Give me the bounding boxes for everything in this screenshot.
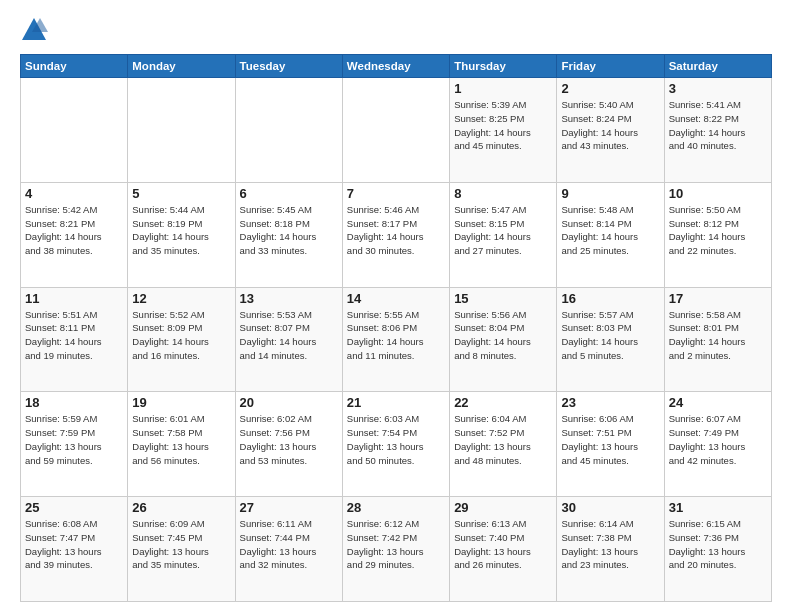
calendar-cell: 30Sunrise: 6:14 AMSunset: 7:38 PMDayligh…: [557, 497, 664, 602]
calendar-cell: 23Sunrise: 6:06 AMSunset: 7:51 PMDayligh…: [557, 392, 664, 497]
cell-content: Sunrise: 6:14 AMSunset: 7:38 PMDaylight:…: [561, 517, 659, 572]
calendar-cell: 6Sunrise: 5:45 AMSunset: 8:18 PMDaylight…: [235, 182, 342, 287]
cell-content: Sunrise: 5:45 AMSunset: 8:18 PMDaylight:…: [240, 203, 338, 258]
calendar-cell: 24Sunrise: 6:07 AMSunset: 7:49 PMDayligh…: [664, 392, 771, 497]
calendar-cell: 9Sunrise: 5:48 AMSunset: 8:14 PMDaylight…: [557, 182, 664, 287]
cell-content: Sunrise: 5:46 AMSunset: 8:17 PMDaylight:…: [347, 203, 445, 258]
day-number: 2: [561, 81, 659, 96]
cell-content: Sunrise: 5:50 AMSunset: 8:12 PMDaylight:…: [669, 203, 767, 258]
cell-content: Sunrise: 5:51 AMSunset: 8:11 PMDaylight:…: [25, 308, 123, 363]
cell-content: Sunrise: 6:13 AMSunset: 7:40 PMDaylight:…: [454, 517, 552, 572]
day-number: 28: [347, 500, 445, 515]
calendar-cell: 26Sunrise: 6:09 AMSunset: 7:45 PMDayligh…: [128, 497, 235, 602]
cell-content: Sunrise: 5:40 AMSunset: 8:24 PMDaylight:…: [561, 98, 659, 153]
day-number: 20: [240, 395, 338, 410]
cell-content: Sunrise: 5:47 AMSunset: 8:15 PMDaylight:…: [454, 203, 552, 258]
cell-content: Sunrise: 6:01 AMSunset: 7:58 PMDaylight:…: [132, 412, 230, 467]
calendar-cell: 3Sunrise: 5:41 AMSunset: 8:22 PMDaylight…: [664, 78, 771, 183]
calendar-cell: 13Sunrise: 5:53 AMSunset: 8:07 PMDayligh…: [235, 287, 342, 392]
day-number: 12: [132, 291, 230, 306]
calendar-cell: 29Sunrise: 6:13 AMSunset: 7:40 PMDayligh…: [450, 497, 557, 602]
cell-content: Sunrise: 5:39 AMSunset: 8:25 PMDaylight:…: [454, 98, 552, 153]
day-number: 29: [454, 500, 552, 515]
page: SundayMondayTuesdayWednesdayThursdayFrid…: [0, 0, 792, 612]
day-number: 8: [454, 186, 552, 201]
day-number: 25: [25, 500, 123, 515]
calendar-cell: 7Sunrise: 5:46 AMSunset: 8:17 PMDaylight…: [342, 182, 449, 287]
calendar-cell: 28Sunrise: 6:12 AMSunset: 7:42 PMDayligh…: [342, 497, 449, 602]
calendar-header-wednesday: Wednesday: [342, 55, 449, 78]
calendar-cell: 12Sunrise: 5:52 AMSunset: 8:09 PMDayligh…: [128, 287, 235, 392]
day-number: 16: [561, 291, 659, 306]
cell-content: Sunrise: 6:09 AMSunset: 7:45 PMDaylight:…: [132, 517, 230, 572]
day-number: 18: [25, 395, 123, 410]
calendar-cell: [21, 78, 128, 183]
calendar-week-2: 11Sunrise: 5:51 AMSunset: 8:11 PMDayligh…: [21, 287, 772, 392]
cell-content: Sunrise: 6:06 AMSunset: 7:51 PMDaylight:…: [561, 412, 659, 467]
cell-content: Sunrise: 5:41 AMSunset: 8:22 PMDaylight:…: [669, 98, 767, 153]
day-number: 10: [669, 186, 767, 201]
cell-content: Sunrise: 5:48 AMSunset: 8:14 PMDaylight:…: [561, 203, 659, 258]
calendar-cell: 16Sunrise: 5:57 AMSunset: 8:03 PMDayligh…: [557, 287, 664, 392]
calendar-header-monday: Monday: [128, 55, 235, 78]
calendar-week-0: 1Sunrise: 5:39 AMSunset: 8:25 PMDaylight…: [21, 78, 772, 183]
day-number: 27: [240, 500, 338, 515]
logo: [20, 16, 52, 44]
calendar-header-sunday: Sunday: [21, 55, 128, 78]
header: [20, 16, 772, 44]
day-number: 4: [25, 186, 123, 201]
calendar-header-friday: Friday: [557, 55, 664, 78]
calendar-week-4: 25Sunrise: 6:08 AMSunset: 7:47 PMDayligh…: [21, 497, 772, 602]
day-number: 17: [669, 291, 767, 306]
cell-content: Sunrise: 6:08 AMSunset: 7:47 PMDaylight:…: [25, 517, 123, 572]
day-number: 21: [347, 395, 445, 410]
day-number: 14: [347, 291, 445, 306]
day-number: 1: [454, 81, 552, 96]
calendar-header-saturday: Saturday: [664, 55, 771, 78]
day-number: 15: [454, 291, 552, 306]
calendar-cell: [128, 78, 235, 183]
day-number: 6: [240, 186, 338, 201]
calendar-cell: 18Sunrise: 5:59 AMSunset: 7:59 PMDayligh…: [21, 392, 128, 497]
cell-content: Sunrise: 5:59 AMSunset: 7:59 PMDaylight:…: [25, 412, 123, 467]
day-number: 3: [669, 81, 767, 96]
cell-content: Sunrise: 5:52 AMSunset: 8:09 PMDaylight:…: [132, 308, 230, 363]
calendar-header-thursday: Thursday: [450, 55, 557, 78]
day-number: 22: [454, 395, 552, 410]
day-number: 19: [132, 395, 230, 410]
cell-content: Sunrise: 6:07 AMSunset: 7:49 PMDaylight:…: [669, 412, 767, 467]
calendar-table: SundayMondayTuesdayWednesdayThursdayFrid…: [20, 54, 772, 602]
cell-content: Sunrise: 5:55 AMSunset: 8:06 PMDaylight:…: [347, 308, 445, 363]
day-number: 7: [347, 186, 445, 201]
calendar-cell: [235, 78, 342, 183]
calendar-cell: 1Sunrise: 5:39 AMSunset: 8:25 PMDaylight…: [450, 78, 557, 183]
cell-content: Sunrise: 5:57 AMSunset: 8:03 PMDaylight:…: [561, 308, 659, 363]
calendar-cell: 25Sunrise: 6:08 AMSunset: 7:47 PMDayligh…: [21, 497, 128, 602]
cell-content: Sunrise: 6:02 AMSunset: 7:56 PMDaylight:…: [240, 412, 338, 467]
day-number: 11: [25, 291, 123, 306]
cell-content: Sunrise: 6:03 AMSunset: 7:54 PMDaylight:…: [347, 412, 445, 467]
day-number: 23: [561, 395, 659, 410]
cell-content: Sunrise: 5:53 AMSunset: 8:07 PMDaylight:…: [240, 308, 338, 363]
day-number: 31: [669, 500, 767, 515]
day-number: 13: [240, 291, 338, 306]
day-number: 30: [561, 500, 659, 515]
calendar-cell: 8Sunrise: 5:47 AMSunset: 8:15 PMDaylight…: [450, 182, 557, 287]
calendar-cell: 27Sunrise: 6:11 AMSunset: 7:44 PMDayligh…: [235, 497, 342, 602]
cell-content: Sunrise: 5:44 AMSunset: 8:19 PMDaylight:…: [132, 203, 230, 258]
calendar-cell: 31Sunrise: 6:15 AMSunset: 7:36 PMDayligh…: [664, 497, 771, 602]
calendar-header-tuesday: Tuesday: [235, 55, 342, 78]
calendar-cell: 2Sunrise: 5:40 AMSunset: 8:24 PMDaylight…: [557, 78, 664, 183]
calendar-cell: 20Sunrise: 6:02 AMSunset: 7:56 PMDayligh…: [235, 392, 342, 497]
calendar-week-1: 4Sunrise: 5:42 AMSunset: 8:21 PMDaylight…: [21, 182, 772, 287]
calendar-cell: 10Sunrise: 5:50 AMSunset: 8:12 PMDayligh…: [664, 182, 771, 287]
calendar-header-row: SundayMondayTuesdayWednesdayThursdayFrid…: [21, 55, 772, 78]
calendar-cell: [342, 78, 449, 183]
calendar-cell: 15Sunrise: 5:56 AMSunset: 8:04 PMDayligh…: [450, 287, 557, 392]
calendar-cell: 5Sunrise: 5:44 AMSunset: 8:19 PMDaylight…: [128, 182, 235, 287]
calendar-cell: 21Sunrise: 6:03 AMSunset: 7:54 PMDayligh…: [342, 392, 449, 497]
day-number: 26: [132, 500, 230, 515]
cell-content: Sunrise: 6:04 AMSunset: 7:52 PMDaylight:…: [454, 412, 552, 467]
day-number: 5: [132, 186, 230, 201]
calendar-cell: 17Sunrise: 5:58 AMSunset: 8:01 PMDayligh…: [664, 287, 771, 392]
